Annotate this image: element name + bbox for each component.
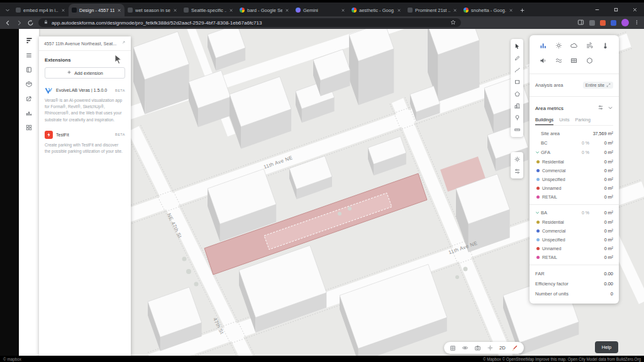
styles-brush-icon[interactable] (511, 344, 518, 351)
camera-icon[interactable] (474, 344, 481, 351)
url-bar[interactable]: app.autodeskforma.com/designmode/pro_fet… (38, 18, 461, 27)
vegetation-tool-icon[interactable] (514, 114, 521, 121)
tab-close-icon[interactable] (397, 8, 401, 13)
browser-tab[interactable]: bard - Google Se... (236, 4, 292, 16)
metric-subrow: Residential0 m² (535, 157, 613, 166)
metric-value: 0 m² (589, 246, 613, 251)
tab-title: snohetta - Goog... (471, 8, 506, 13)
tab-close-icon[interactable] (509, 8, 513, 13)
vibration-waves-icon[interactable] (555, 57, 563, 66)
maximize-button[interactable] (606, 3, 625, 16)
polygon-tool-icon[interactable] (514, 90, 521, 97)
forward-icon[interactable] (16, 19, 23, 26)
spline-tool-icon[interactable] (514, 67, 521, 74)
menu-kebab-icon[interactable] (634, 17, 640, 28)
open-external-icon[interactable] (121, 40, 126, 47)
building-tool-icon[interactable] (514, 102, 521, 109)
tab-favicon (72, 8, 77, 13)
sun-position-icon[interactable] (487, 344, 494, 351)
chevron-down-icon[interactable] (535, 150, 541, 155)
browser-tab[interactable]: Seattle-specific ... (180, 4, 236, 16)
tab-buildings[interactable]: Buildings (535, 115, 553, 125)
tab-parking[interactable]: Parking (575, 115, 591, 125)
help-button[interactable]: Help (595, 341, 618, 353)
analysis-area-selector[interactable]: Entire site (583, 82, 613, 89)
share-icon[interactable] (25, 95, 33, 102)
select-tool-icon[interactable] (514, 43, 521, 50)
residential-color-dot (536, 221, 540, 224)
tab-close-icon[interactable] (453, 8, 457, 13)
tab-close-icon[interactable] (285, 8, 289, 13)
efficiency-row: Efficiency factor 0.00 (535, 278, 613, 288)
metric-row-ba[interactable]: BA 0 % 0 m² (535, 208, 613, 217)
minimize-button[interactable] (587, 3, 606, 16)
extension-list-item[interactable]: EvolveLAB Veras | 1.5.0.0 BETA Veras® is… (39, 79, 131, 123)
sun-analysis-icon[interactable] (555, 41, 563, 51)
browser-tab[interactable]: snohetta - Goog... (460, 4, 516, 16)
library-icon[interactable] (25, 66, 33, 74)
close-button[interactable] (625, 3, 644, 16)
sun-study-icon[interactable] (514, 156, 521, 163)
map-attribution[interactable]: © Mapbox © OpenStreetMap Improve this ma… (483, 357, 641, 361)
tab-search-icon[interactable] (3, 5, 13, 15)
reload-icon[interactable] (27, 19, 34, 26)
pencil-tool-icon[interactable] (514, 55, 521, 62)
metrics-settings-icon[interactable] (597, 104, 604, 112)
metric-row-gfa[interactable]: GFA 0 % 0 m² (535, 148, 613, 157)
extension-icon[interactable] (600, 20, 606, 26)
retail-color-dot (536, 256, 540, 259)
browser-tab[interactable]: Prominent 21st ... (404, 4, 460, 16)
project-address-row[interactable]: 4557 11th Avenue Northeast, Seat... (39, 36, 131, 51)
stats-icon[interactable] (25, 109, 33, 117)
microclimate-thermometer-icon[interactable] (601, 41, 609, 51)
wind-analysis-icon[interactable] (586, 41, 594, 51)
tab-units[interactable]: Units (559, 115, 569, 125)
metric-value: 0 m² (589, 159, 613, 165)
metric-row-bc[interactable]: BC 0 % 0 m² (535, 138, 613, 148)
plan-grid-icon[interactable] (450, 345, 456, 351)
browser-tab[interactable]: embed mp4 in i... (13, 4, 69, 16)
chevron-down-icon[interactable] (535, 211, 541, 215)
forma-app: 11th Ave NE NE 47th St 47th St 11th Ave … (0, 29, 644, 356)
metric-subrow: Residential0 m² (535, 217, 613, 226)
add-extension-label: Add extension (74, 70, 103, 76)
tab-close-icon[interactable] (341, 8, 345, 13)
apps-grid-icon[interactable] (25, 124, 33, 131)
extension-list-item[interactable]: TestFit BETA Create parking with TestFit… (39, 123, 131, 155)
menu-icon[interactable] (25, 52, 33, 59)
extension-icon[interactable] (589, 20, 595, 26)
browser-tab[interactable]: wet season in se... (125, 4, 180, 16)
area-metrics-icon[interactable] (539, 41, 547, 51)
tab-close-icon[interactable] (173, 8, 177, 13)
new-tab-button[interactable] (516, 4, 528, 16)
bookmark-star-icon[interactable] (450, 19, 456, 26)
collapse-chevron-icon[interactable] (608, 105, 613, 112)
browser-tab[interactable]: Gemini (292, 4, 348, 16)
daylight-cloud-icon[interactable] (570, 41, 578, 51)
rectangle-tool-icon[interactable] (514, 79, 521, 85)
divider (530, 265, 619, 265)
mouse-cursor (114, 54, 122, 65)
site-info-icon[interactable] (43, 19, 48, 26)
measure-tool-icon[interactable] (514, 126, 521, 133)
side-panel-icon[interactable] (577, 17, 584, 28)
extension-icon[interactable] (611, 20, 616, 26)
back-icon[interactable] (4, 19, 11, 26)
mode-2d-button[interactable]: 2D (499, 345, 506, 351)
tab-favicon (240, 8, 245, 13)
metric-label: RETAIL (542, 195, 587, 199)
tab-close-icon[interactable] (229, 8, 233, 13)
add-extension-button[interactable]: Add extension (45, 67, 125, 79)
metric-label: Residential (542, 160, 587, 164)
tab-close-icon[interactable] (61, 8, 65, 13)
cube-icon[interactable] (25, 80, 33, 88)
settings-sliders-icon[interactable] (514, 168, 521, 175)
embodied-carbon-icon[interactable] (586, 57, 594, 66)
browser-tab[interactable]: aesthetic - Goog... (348, 4, 404, 16)
tab-close-icon[interactable] (117, 8, 121, 13)
browser-tab-active[interactable]: Design - 4557 11... (69, 4, 125, 16)
noise-analysis-icon[interactable] (539, 57, 547, 66)
visibility-eye-icon[interactable] (462, 344, 469, 351)
profile-avatar[interactable] (621, 19, 629, 26)
solar-panel-icon[interactable] (570, 57, 578, 66)
